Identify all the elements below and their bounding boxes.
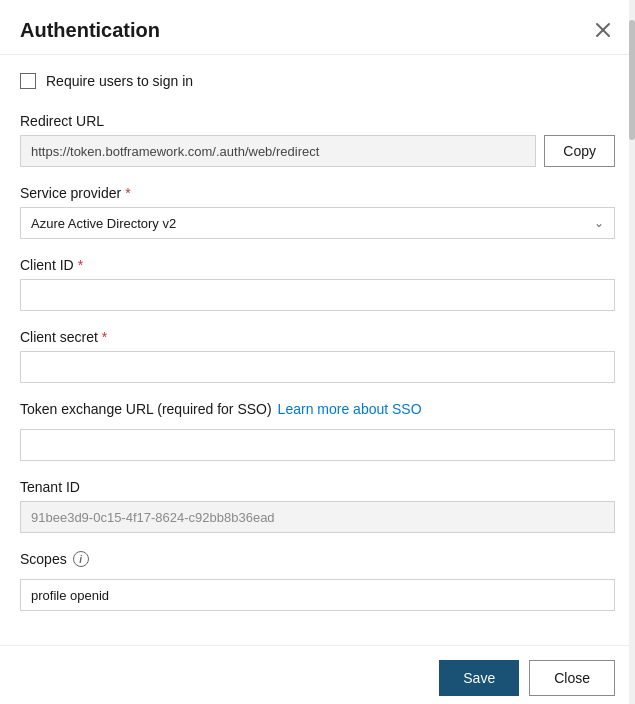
service-provider-group: Service provider * Azure Active Director… (20, 185, 615, 239)
token-exchange-label: Token exchange URL (required for SSO) (20, 401, 272, 417)
token-exchange-url-group: Token exchange URL (required for SSO) Le… (20, 401, 615, 461)
client-secret-required: * (102, 329, 107, 345)
scopes-group: Scopes i (20, 551, 615, 611)
service-provider-required: * (125, 185, 130, 201)
close-footer-button[interactable]: Close (529, 660, 615, 696)
dialog-body: Require users to sign in Redirect URL ht… (0, 55, 635, 645)
dialog-footer: Save Close (0, 645, 635, 704)
require-signin-checkbox[interactable] (20, 73, 36, 89)
client-secret-group: Client secret * (20, 329, 615, 383)
scrollbar-track (629, 0, 635, 704)
tenant-id-group: Tenant ID (20, 479, 615, 533)
service-provider-dropdown[interactable]: Azure Active Directory v2 ⌄ (20, 207, 615, 239)
tenant-id-input (20, 501, 615, 533)
token-exchange-url-input[interactable] (20, 429, 615, 461)
client-id-input[interactable] (20, 279, 615, 311)
redirect-url-display: https://token.botframework.com/.auth/web… (20, 135, 536, 167)
redirect-url-row: https://token.botframework.com/.auth/web… (20, 135, 615, 167)
close-icon (595, 22, 611, 38)
client-id-label: Client ID * (20, 257, 615, 273)
require-signin-label: Require users to sign in (46, 73, 193, 89)
scopes-input[interactable] (20, 579, 615, 611)
scrollbar-thumb[interactable] (629, 20, 635, 140)
client-id-required: * (78, 257, 83, 273)
require-signin-row: Require users to sign in (20, 73, 615, 89)
close-icon-button[interactable] (591, 18, 615, 42)
client-id-group: Client ID * (20, 257, 615, 311)
token-exchange-label-row: Token exchange URL (required for SSO) Le… (20, 401, 615, 417)
save-button[interactable]: Save (439, 660, 519, 696)
scopes-label-row: Scopes i (20, 551, 615, 567)
authentication-dialog: Authentication Require users to sign in … (0, 0, 635, 704)
service-provider-label: Service provider * (20, 185, 615, 201)
chevron-down-icon: ⌄ (594, 216, 604, 230)
scopes-label: Scopes (20, 551, 67, 567)
scopes-info-icon[interactable]: i (73, 551, 89, 567)
redirect-url-label: Redirect URL (20, 113, 615, 129)
client-secret-input[interactable] (20, 351, 615, 383)
client-secret-label: Client secret * (20, 329, 615, 345)
copy-button[interactable]: Copy (544, 135, 615, 167)
redirect-url-group: Redirect URL https://token.botframework.… (20, 113, 615, 167)
learn-more-sso-link[interactable]: Learn more about SSO (278, 401, 422, 417)
tenant-id-label: Tenant ID (20, 479, 615, 495)
service-provider-value: Azure Active Directory v2 (31, 216, 176, 231)
dialog-title: Authentication (20, 19, 160, 42)
dialog-header: Authentication (0, 0, 635, 55)
